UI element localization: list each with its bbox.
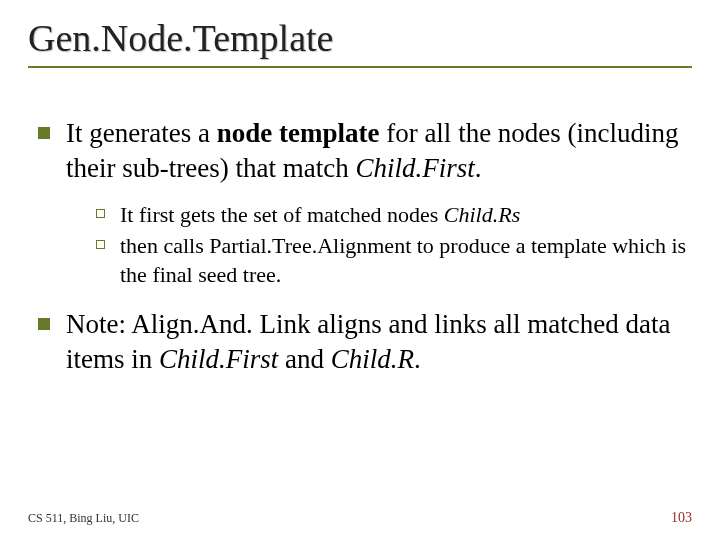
sub-bullet-list: It first gets the set of matched nodes C… bbox=[66, 200, 692, 289]
text: It first gets the set of matched nodes bbox=[120, 202, 444, 227]
text-italic: Child.First bbox=[355, 153, 474, 183]
title-rule: Gen.Node.Template bbox=[28, 18, 692, 68]
slide: Gen.Node.Template It generates a node te… bbox=[0, 0, 720, 540]
text: . bbox=[475, 153, 482, 183]
page-number: 103 bbox=[671, 510, 692, 526]
bullet-list: It generates a node template for all the… bbox=[34, 116, 692, 377]
text: It generates a bbox=[66, 118, 217, 148]
bullet-item-2: Note: Align.And. Link aligns and links a… bbox=[34, 307, 692, 377]
text: . bbox=[414, 344, 421, 374]
sub-bullet-item-1: It first gets the set of matched nodes C… bbox=[96, 200, 692, 229]
text-bold: node template bbox=[217, 118, 380, 148]
text-italic: Child.Rs bbox=[444, 202, 520, 227]
slide-body: It generates a node template for all the… bbox=[28, 116, 692, 377]
sub-bullet-item-2: then calls Partial.Tree.Alignment to pro… bbox=[96, 231, 692, 289]
bullet-item-1: It generates a node template for all the… bbox=[34, 116, 692, 289]
text-italic: Child.R bbox=[331, 344, 414, 374]
text: and bbox=[278, 344, 330, 374]
text: then calls Partial.Tree.Alignment to pro… bbox=[120, 233, 686, 287]
slide-title: Gen.Node.Template bbox=[28, 18, 692, 60]
footer-left: CS 511, Bing Liu, UIC bbox=[28, 511, 139, 526]
text-italic: Child.First bbox=[159, 344, 278, 374]
